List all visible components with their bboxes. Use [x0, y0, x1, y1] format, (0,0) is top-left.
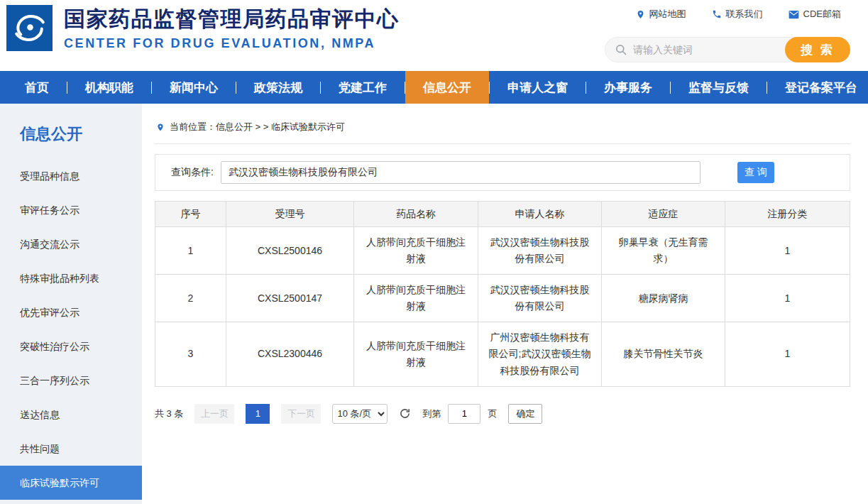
goto-page-label: 到第	[422, 407, 441, 420]
cell-applicant: 武汉汉密顿生物科技股份有限公司	[478, 275, 602, 322]
cell-acceptance-no: CXSL2500146	[226, 227, 354, 275]
goto-page-unit: 页	[488, 407, 497, 420]
cde-logo-icon	[6, 41, 53, 53]
cell-registration-class: 1	[725, 322, 850, 386]
cell-seq: 3	[155, 322, 226, 386]
site-title-en: CENTER FOR DRUG EVALUATION, NMPA	[64, 36, 400, 51]
link-cde-mail[interactable]: CDE邮箱	[789, 8, 841, 21]
cell-acceptance-no: CXSL2500147	[226, 275, 354, 322]
nav-item-registration-platform[interactable]: 登记备案平台	[767, 71, 868, 104]
phone-icon	[712, 9, 722, 19]
prev-page-button[interactable]: 上一页	[194, 404, 234, 424]
sidebar-item-three-in-one-sequence[interactable]: 三合一序列公示	[0, 363, 142, 398]
pagination: 共 3 条 上一页 1 下一页 10 条/页 到第 页 确定	[155, 404, 850, 424]
link-sitemap[interactable]: 网站地图	[636, 8, 686, 21]
table-header-row: 序号 受理号 药品名称 申请人名称 适应症 注册分类	[155, 202, 850, 227]
refresh-icon[interactable]	[399, 407, 411, 420]
sidebar-item-priority-review[interactable]: 优先审评公示	[0, 295, 142, 329]
page-number-current[interactable]: 1	[246, 404, 270, 424]
map-pin-icon	[636, 9, 645, 20]
column-header-indication: 适应症	[602, 202, 725, 227]
table-row: 3 CXSL2300446 人脐带间充质干细胞注射液 广州汉密顿生物科技有限公司…	[155, 322, 850, 386]
cell-indication: 卵巢早衰（无生育需求）	[602, 227, 725, 275]
results-table: 序号 受理号 药品名称 申请人名称 适应症 注册分类 1 CXSL2500146…	[155, 201, 850, 387]
cde-logo[interactable]	[6, 5, 53, 51]
quick-link-label: CDE邮箱	[803, 8, 841, 21]
site-header: 国家药品监督管理局药品审评中心 CENTER FOR DRUG EVALUATI…	[0, 0, 868, 71]
query-button[interactable]: 查 询	[737, 162, 774, 183]
query-label: 查询条件:	[171, 166, 214, 179]
site-title: 国家药品监督管理局药品审评中心 CENTER FOR DRUG EVALUATI…	[64, 6, 400, 51]
header-quick-links: 网站地图 联系我们 CDE邮箱	[636, 8, 841, 21]
nav-item-services[interactable]: 办事服务	[586, 71, 670, 104]
nav-item-home[interactable]: 首页	[7, 71, 67, 104]
nav-item-news-center[interactable]: 新闻中心	[152, 71, 236, 104]
confirm-button[interactable]: 确定	[508, 404, 542, 424]
column-header-drug-name: 药品名称	[354, 202, 478, 227]
search-input[interactable]	[627, 44, 785, 55]
column-header-registration-class: 注册分类	[725, 202, 850, 227]
site-title-cn: 国家药品监督管理局药品审评中心	[64, 6, 400, 33]
nav-item-supervision-feedback[interactable]: 监督与反馈	[671, 71, 767, 104]
sidebar-item-review-tasks[interactable]: 审评任务公示	[0, 193, 142, 227]
sidebar-item-special-approval-list[interactable]: 特殊审批品种列表	[0, 261, 142, 295]
column-header-applicant-name: 申请人名称	[478, 202, 602, 227]
cell-drug-name: 人脐带间充质干细胞注射液	[354, 275, 478, 322]
cde-website: 国家药品监督管理局药品审评中心 CENTER FOR DRUG EVALUATI…	[0, 0, 868, 504]
mail-icon	[789, 10, 799, 19]
main-area: 信息公开 受理品种信息 审评任务公示 沟通交流公示 特殊审批品种列表 优先审评公…	[0, 104, 868, 504]
quick-link-label: 联系我们	[726, 8, 763, 21]
cell-seq: 2	[155, 275, 226, 322]
search-button[interactable]: 搜 索	[785, 37, 850, 62]
query-input[interactable]	[221, 161, 701, 184]
column-header-acceptance-no: 受理号	[226, 202, 354, 227]
table-row: 2 CXSL2500147 人脐带间充质干细胞注射液 武汉汉密顿生物科技股份有限…	[155, 275, 850, 322]
query-panel: 查询条件: 查 询	[155, 154, 850, 191]
sidebar: 信息公开 受理品种信息 审评任务公示 沟通交流公示 特殊审批品种列表 优先审评公…	[0, 104, 142, 504]
cell-acceptance-no: CXSL2300446	[226, 322, 354, 386]
next-page-button[interactable]: 下一页	[281, 404, 321, 424]
cell-drug-name: 人脐带间充质干细胞注射液	[354, 227, 478, 275]
nav-item-applicant-window[interactable]: 申请人之窗	[490, 71, 586, 104]
cell-applicant: 广州汉密顿生物科技有限公司;武汉汉密顿生物科技股份有限公司	[478, 322, 602, 386]
sidebar-item-accepted-varieties[interactable]: 受理品种信息	[0, 159, 142, 193]
column-header-seq: 序号	[155, 202, 226, 227]
sidebar-item-breakthrough-therapy[interactable]: 突破性治疗公示	[0, 329, 142, 363]
search-icon	[615, 43, 627, 56]
site-search: 搜 索	[605, 37, 850, 62]
page-size-select[interactable]: 10 条/页	[332, 404, 388, 424]
sidebar-item-delivery-info[interactable]: 送达信息	[0, 398, 142, 432]
location-pin-icon	[156, 122, 165, 133]
sidebar-item-clinical-trial-implied-license[interactable]: 临床试验默示许可	[0, 466, 142, 500]
nav-item-institution-functions[interactable]: 机构职能	[67, 71, 151, 104]
main-nav: 首页 机构职能 新闻中心 政策法规 党建工作 信息公开 申请人之窗 办事服务 监…	[0, 71, 868, 104]
nav-item-policies-regulations[interactable]: 政策法规	[236, 71, 320, 104]
cell-drug-name: 人脐带间充质干细胞注射液	[354, 322, 478, 386]
breadcrumb-text: 当前位置：信息公开 > > 临床试验默示许可	[170, 121, 345, 133]
cell-registration-class: 1	[725, 275, 850, 322]
cell-indication: 膝关节骨性关节炎	[602, 322, 725, 386]
link-contact-us[interactable]: 联系我们	[712, 8, 763, 21]
table-row: 1 CXSL2500146 人脐带间充质干细胞注射液 武汉汉密顿生物科技股份有限…	[155, 227, 850, 275]
breadcrumb: 当前位置：信息公开 > > 临床试验默示许可	[155, 115, 850, 144]
cell-registration-class: 1	[725, 227, 850, 275]
cell-applicant: 武汉汉密顿生物科技股份有限公司	[478, 227, 602, 275]
content-panel: 当前位置：信息公开 > > 临床试验默示许可 查询条件: 查 询 序号 受理号 …	[142, 104, 868, 504]
goto-page-input[interactable]	[448, 404, 480, 424]
sidebar-item-common-questions[interactable]: 共性问题	[0, 432, 142, 466]
cell-indication: 糖尿病肾病	[602, 275, 725, 322]
nav-item-party-building[interactable]: 党建工作	[321, 71, 405, 104]
nav-item-info-disclosure[interactable]: 信息公开	[405, 71, 489, 104]
quick-link-label: 网站地图	[649, 8, 686, 21]
sidebar-title: 信息公开	[0, 104, 142, 159]
total-count: 共 3 条	[155, 407, 183, 420]
cell-seq: 1	[155, 227, 226, 275]
sidebar-item-communication[interactable]: 沟通交流公示	[0, 227, 142, 261]
